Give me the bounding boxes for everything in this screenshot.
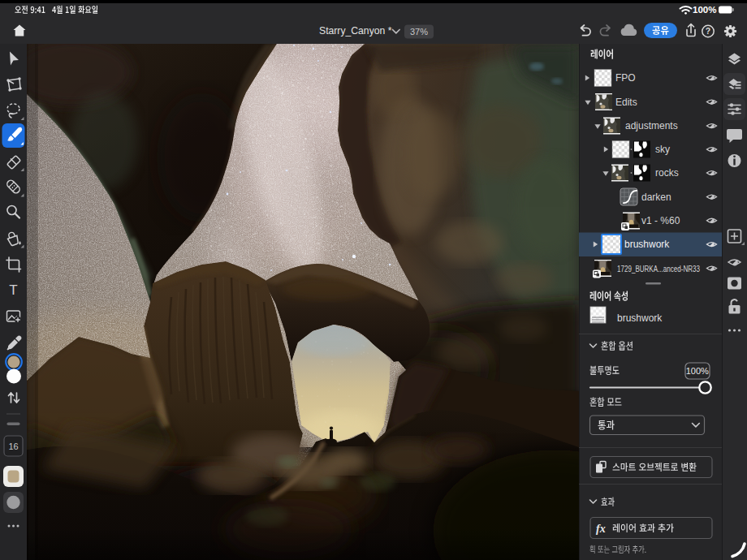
svg-text:16: 16 — [8, 442, 18, 451]
svg-text:rocks: rocks — [655, 167, 679, 179]
svg-text:100%: 100% — [693, 5, 716, 15]
svg-text:T: T — [9, 282, 17, 298]
svg-text:37%: 37% — [410, 27, 428, 37]
svg-text:100%: 100% — [686, 366, 709, 376]
svg-text:darken: darken — [641, 192, 671, 203]
svg-text:sky: sky — [655, 144, 670, 155]
svg-text:FPO: FPO — [615, 72, 636, 84]
svg-text:1729_BURKA...anced-NR33: 1729_BURKA...anced-NR33 — [617, 264, 700, 274]
svg-text:fx: fx — [596, 523, 606, 535]
svg-text:v1 - %60: v1 - %60 — [641, 215, 680, 226]
svg-text:adjustments: adjustments — [625, 120, 678, 131]
svg-text:brushwork: brushwork — [617, 312, 663, 324]
svg-text:Starry_Canyon *: Starry_Canyon * — [319, 25, 392, 37]
svg-text:?: ? — [706, 26, 710, 36]
svg-text:brushwork: brushwork — [624, 239, 670, 250]
svg-text:Edits: Edits — [615, 97, 637, 108]
